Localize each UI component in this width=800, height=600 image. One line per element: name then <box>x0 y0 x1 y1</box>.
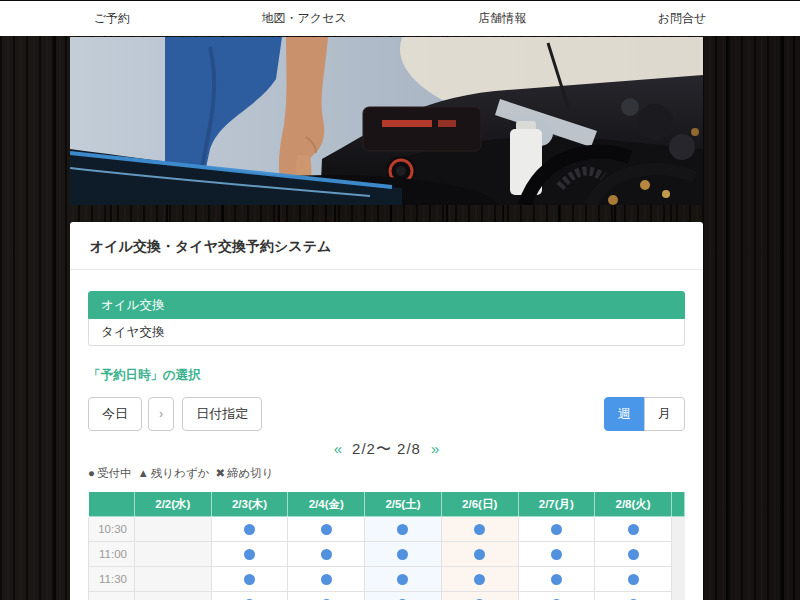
slot-cell[interactable] <box>288 592 365 600</box>
card-body: オイル交換タイヤ交換 「予約日時」の選択 今日 › 日付指定 週 月 «2/2〜… <box>70 270 703 600</box>
service-item-2[interactable]: タイヤ交換 <box>88 319 685 346</box>
slot-cell <box>135 567 212 592</box>
nav-item-1[interactable]: ご予約 <box>94 10 130 27</box>
available-dot-icon[interactable] <box>628 524 639 535</box>
slot-cell <box>135 542 212 567</box>
month-view-button[interactable]: 月 <box>644 397 685 431</box>
available-dot-icon[interactable] <box>551 524 562 535</box>
legend-label: 受付中 <box>97 467 132 479</box>
header-day-5: 2/6(日) <box>441 492 518 517</box>
nav-item-4[interactable]: お問合せ <box>658 10 707 27</box>
next-week-icon[interactable]: » <box>421 440 449 457</box>
available-dot-icon[interactable] <box>397 574 408 585</box>
slot-cell[interactable] <box>211 542 288 567</box>
next-chevron-button[interactable]: › <box>148 397 174 431</box>
time-label: 10:30 <box>89 517 135 542</box>
slot-cell[interactable] <box>288 542 365 567</box>
slot-cell[interactable] <box>365 567 442 592</box>
legend-few-icon: ▲ <box>137 467 148 479</box>
slot-cell[interactable] <box>441 517 518 542</box>
table-row: 12:00 <box>89 592 685 600</box>
nav-item-3[interactable]: 店舗情報 <box>478 10 526 27</box>
slot-cell[interactable] <box>595 592 672 600</box>
week-range-nav: «2/2〜 2/8» <box>88 440 685 459</box>
section-label: 「予約日時」の選択 <box>88 367 685 384</box>
slot-cell[interactable] <box>365 517 442 542</box>
available-dot-icon[interactable] <box>474 574 485 585</box>
header-day-6: 2/7(月) <box>518 492 595 517</box>
header-day-7: 2/8(火) <box>595 492 672 517</box>
available-dot-icon[interactable] <box>397 549 408 560</box>
slot-cell[interactable] <box>518 542 595 567</box>
table-row: 11:30 <box>89 567 685 592</box>
card-header: オイル交換・タイヤ交換予約システム <box>70 222 703 270</box>
scrollbar-gutter <box>672 542 685 567</box>
time-label: 12:00 <box>89 592 135 600</box>
table-row: 10:30 <box>89 517 685 542</box>
week-view-button[interactable]: 週 <box>604 397 645 431</box>
slot-cell[interactable] <box>595 517 672 542</box>
prev-week-icon[interactable]: « <box>324 440 352 457</box>
legend-item-2: ▲残りわずか <box>137 467 209 479</box>
scrollbar-gutter <box>672 592 685 600</box>
slot-cell[interactable] <box>518 567 595 592</box>
calendar-toolbar: 今日 › 日付指定 週 月 <box>88 397 685 431</box>
today-button[interactable]: 今日 <box>88 397 142 431</box>
slot-cell[interactable] <box>365 542 442 567</box>
header-day-1: 2/2(水) <box>135 492 212 517</box>
slot-cell[interactable] <box>365 592 442 600</box>
legend-label: 残りわずか <box>151 467 210 479</box>
slot-cell[interactable] <box>595 542 672 567</box>
available-dot-icon[interactable] <box>321 549 332 560</box>
service-list: オイル交換タイヤ交換 <box>88 291 685 346</box>
scrollbar-gutter <box>672 517 685 542</box>
slot-cell <box>135 517 212 542</box>
slot-cell[interactable] <box>288 517 365 542</box>
available-dot-icon[interactable] <box>397 524 408 535</box>
scrollbar-gutter <box>672 567 685 592</box>
time-label: 11:00 <box>89 542 135 567</box>
slot-cell[interactable] <box>441 542 518 567</box>
header-day-3: 2/4(金) <box>288 492 365 517</box>
available-dot-icon[interactable] <box>244 549 255 560</box>
header-day-2: 2/3(木) <box>211 492 288 517</box>
service-item-1[interactable]: オイル交換 <box>88 291 685 319</box>
hero-image <box>70 37 703 205</box>
available-dot-icon[interactable] <box>628 549 639 560</box>
slot-cell[interactable] <box>595 567 672 592</box>
legend-label: 締め切り <box>227 467 274 479</box>
page-content: オイル交換・タイヤ交換予約システム オイル交換タイヤ交換 「予約日時」の選択 今… <box>70 37 703 600</box>
slot-cell[interactable] <box>441 592 518 600</box>
top-nav: ご予約地図・アクセス店舗情報お問合せ <box>0 0 800 36</box>
slot-cell[interactable] <box>211 592 288 600</box>
legend-item-1: ●受付中 <box>88 467 131 479</box>
available-dot-icon[interactable] <box>474 524 485 535</box>
available-dot-icon[interactable] <box>244 524 255 535</box>
available-dot-icon[interactable] <box>474 549 485 560</box>
available-dot-icon[interactable] <box>551 549 562 560</box>
legend-open-icon: ● <box>88 467 95 479</box>
slot-cell[interactable] <box>518 592 595 600</box>
nav-item-2[interactable]: 地図・アクセス <box>262 10 347 27</box>
view-toggle-group: 週 月 <box>604 397 685 431</box>
available-dot-icon[interactable] <box>321 574 332 585</box>
slot-cell[interactable] <box>441 567 518 592</box>
available-dot-icon[interactable] <box>244 574 255 585</box>
slot-cell[interactable] <box>211 567 288 592</box>
week-range-label: 2/2〜 2/8 <box>352 440 421 457</box>
header-gutter-cell <box>672 492 685 517</box>
slot-cell[interactable] <box>211 517 288 542</box>
available-dot-icon[interactable] <box>628 574 639 585</box>
available-dot-icon[interactable] <box>321 524 332 535</box>
slot-cell[interactable] <box>518 517 595 542</box>
availability-table: 2/2(水)2/3(木)2/4(金)2/5(土)2/6(日)2/7(月)2/8(… <box>88 491 685 600</box>
time-label: 11:30 <box>89 567 135 592</box>
slot-cell <box>135 592 212 600</box>
slot-cell[interactable] <box>288 567 365 592</box>
available-dot-icon[interactable] <box>551 574 562 585</box>
calendar-wrap: 2/2(水)2/3(木)2/4(金)2/5(土)2/6(日)2/7(月)2/8(… <box>88 491 685 600</box>
legend-item-3: ✖締め切り <box>215 467 273 479</box>
table-row: 11:00 <box>89 542 685 567</box>
date-pick-button[interactable]: 日付指定 <box>182 397 262 431</box>
header-day-4: 2/5(土) <box>365 492 442 517</box>
